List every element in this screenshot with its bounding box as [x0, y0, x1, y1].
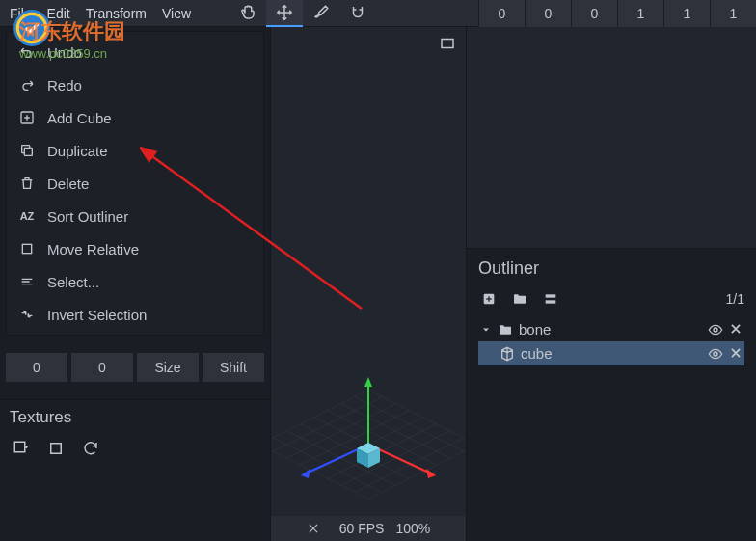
menu-invert-selection[interactable]: Invert Selection	[7, 298, 263, 331]
menu-duplicate-label: Duplicate	[47, 143, 108, 159]
list-view-icon[interactable]	[540, 288, 561, 310]
value-box-0[interactable]: 0	[478, 0, 525, 27]
reload-texture-icon[interactable]	[79, 437, 102, 460]
menu-transform[interactable]: Transform	[78, 2, 154, 25]
fps-display: 60 FPS	[339, 521, 385, 536]
sort-icon: AZ	[18, 207, 36, 225]
window-mode-icon[interactable]	[439, 35, 456, 52]
menu-invert-label: Invert Selection	[47, 307, 147, 323]
value-box-5[interactable]: 1	[710, 0, 756, 27]
visibility-icon[interactable]	[708, 346, 723, 362]
brush-tool-icon[interactable]	[303, 0, 339, 27]
menu-edit[interactable]: Edit	[40, 2, 78, 25]
menu-delete-label: Delete	[47, 176, 89, 192]
control-value-2[interactable]: 0	[71, 353, 133, 382]
svg-rect-2	[22, 244, 31, 253]
svg-rect-1	[24, 148, 32, 155]
svg-line-15	[368, 390, 465, 445]
edit-dropdown: Undo Redo Add Cube Duplicate Delete AZ S…	[6, 31, 264, 336]
svg-point-36	[714, 328, 717, 332]
menu-select[interactable]: Select...	[7, 265, 263, 298]
value-box-3[interactable]: 1	[617, 0, 663, 27]
menu-sort-label: Sort Outliner	[47, 208, 128, 225]
redo-icon	[18, 76, 36, 94]
cube-icon	[500, 346, 515, 362]
add-item-icon[interactable]	[478, 288, 500, 310]
svg-line-14	[368, 445, 465, 500]
textures-title: Textures	[10, 408, 260, 427]
svg-point-37	[714, 352, 717, 356]
bone-label: bone	[519, 321, 551, 338]
menu-view[interactable]: View	[154, 2, 199, 25]
menu-delete[interactable]: Delete	[7, 167, 263, 200]
menu-duplicate[interactable]: Duplicate	[7, 134, 263, 167]
blank-texture-icon[interactable]	[44, 437, 68, 460]
delete-item-icon[interactable]	[729, 322, 742, 338]
svg-rect-4	[51, 444, 62, 454]
menu-select-label: Select...	[47, 274, 99, 290]
copy-icon	[18, 142, 36, 159]
svg-rect-34	[546, 294, 556, 297]
menu-redo-label: Redo	[47, 77, 82, 94]
add-texture-icon[interactable]	[10, 437, 33, 460]
outliner-title: Outliner	[478, 258, 744, 279]
add-folder-icon[interactable]	[509, 288, 530, 310]
menu-move-relative-label: Move Relative	[47, 241, 139, 257]
menu-sort-outliner[interactable]: AZ Sort Outliner	[7, 200, 263, 232]
control-value-1[interactable]: 0	[6, 353, 68, 382]
trash-icon	[18, 175, 36, 192]
square-icon	[18, 240, 36, 257]
menu-add-cube-label: Add Cube	[47, 110, 112, 126]
shift-button[interactable]: Shift	[202, 353, 264, 382]
menu-file[interactable]: File	[2, 2, 40, 25]
svg-line-23	[272, 445, 368, 500]
plus-icon	[18, 109, 36, 126]
undo-icon	[18, 43, 36, 61]
zoom-display: 100%	[395, 521, 430, 536]
magnet-tool-icon[interactable]	[339, 0, 376, 27]
tree-bone-row[interactable]: bone	[478, 317, 744, 341]
svg-rect-3	[14, 442, 25, 452]
size-button[interactable]: Size	[137, 353, 199, 382]
menu-add-cube[interactable]: Add Cube	[7, 101, 263, 134]
viewport-grid	[272, 329, 465, 502]
svg-line-6	[272, 390, 368, 445]
folder-icon	[498, 322, 513, 338]
viewport-3d[interactable]: 60 FPS 100%	[270, 27, 467, 541]
menu-move-relative[interactable]: Move Relative	[7, 232, 263, 265]
svg-marker-27	[364, 377, 372, 387]
chevron-down-icon[interactable]	[480, 324, 492, 336]
delete-item-icon[interactable]	[729, 346, 742, 362]
move-tool-icon[interactable]	[266, 0, 303, 27]
tree-cube-row[interactable]: cube	[478, 341, 744, 365]
svg-rect-35	[546, 300, 556, 303]
svg-rect-5	[442, 40, 453, 48]
svg-marker-28	[426, 469, 436, 478]
preview-panel	[467, 27, 756, 249]
svg-marker-29	[301, 469, 310, 478]
invert-icon	[18, 306, 36, 323]
visibility-icon[interactable]	[708, 322, 723, 338]
menu-undo[interactable]: Undo	[7, 36, 263, 68]
lines-icon	[18, 273, 36, 290]
cube-label: cube	[521, 345, 553, 362]
menu-redo[interactable]: Redo	[7, 68, 263, 101]
value-box-4[interactable]: 1	[663, 0, 710, 27]
menu-undo-label: Undo	[47, 44, 82, 61]
value-box-1[interactable]: 0	[525, 0, 571, 27]
close-icon[interactable]	[307, 522, 320, 535]
pan-tool-icon[interactable]	[230, 0, 266, 27]
outliner-count: 1/1	[726, 291, 744, 307]
value-box-2[interactable]: 0	[571, 0, 617, 27]
